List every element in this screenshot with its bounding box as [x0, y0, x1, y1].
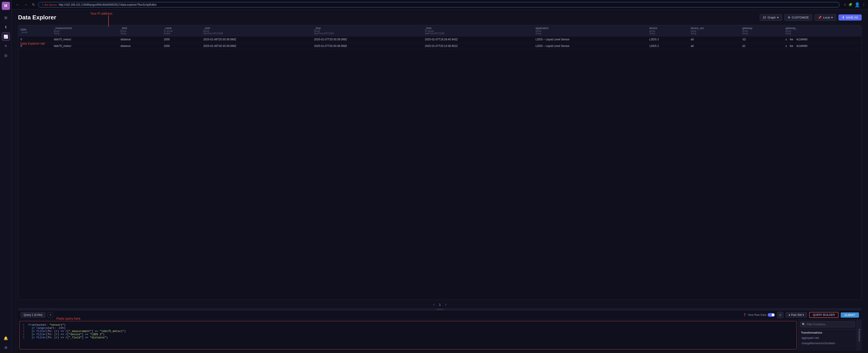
th-gateway: gateway groupstring [740, 25, 783, 36]
search-icon: 🔍 [802, 323, 805, 326]
url-text: http://192.168.101.2:8086/prgs/d58c3b5d0… [59, 3, 157, 6]
cell-field: distance [118, 36, 161, 43]
code-line-4: 4 |> filter(fn: (r) => r["device"] == "L… [23, 333, 793, 336]
th-time: _time no groupdateTime:RFC3339 [423, 25, 533, 36]
page-header: Data Explorer 🗠 Graph ▾ ⚙ CUSTOMIZE 📌 Lo… [18, 14, 862, 21]
add-query-button[interactable]: + [48, 312, 53, 318]
main-wrapper: ← → ↻ ⚠ Not Secure http://192.168.101.2:… [12, 0, 868, 353]
sidebar-item-settings[interactable]: ⚙ [2, 344, 10, 352]
table-header-row: table _result _measurement groupstring _… [18, 25, 862, 36]
profile-icon[interactable]: 👤 [855, 2, 860, 7]
sidebar-item-dashboard[interactable]: ⊞ [2, 13, 10, 22]
clock-icon: ● [788, 313, 790, 317]
customize-button[interactable]: ⚙ CUSTOMIZE [784, 14, 812, 21]
more-icon[interactable]: ⋮ [862, 3, 865, 6]
th-gateway-extra: gateway_ groupstring [783, 25, 862, 36]
chevron-down-icon: ▾ [777, 16, 779, 19]
cell-application: LDDS – Liquid Level Sensor [533, 36, 647, 43]
th-table: table _result [18, 25, 52, 36]
next-page-button[interactable]: › [443, 302, 448, 307]
cell-table: 0 [18, 36, 52, 43]
resize-handle[interactable] [18, 308, 862, 310]
chevron-down-icon-time: ▾ [803, 313, 804, 317]
page-content: Data Explorer 🗠 Graph ▾ ⚙ CUSTOMIZE 📌 Lo… [12, 9, 868, 353]
not-secure-indicator: ⚠ Not Secure [41, 3, 57, 6]
forward-button[interactable]: → [23, 2, 29, 8]
th-application: application groupstring [533, 25, 647, 36]
cell-value: 1500 [161, 36, 201, 43]
back-button[interactable]: ← [14, 2, 21, 8]
th-measurement: _measurement groupstring [52, 25, 118, 36]
function-item-change-momentum[interactable]: changeMomentumOscillator [798, 341, 857, 346]
sidebar-item-alerts[interactable]: 🔔 [2, 334, 10, 342]
cell-value: 1500 [161, 43, 201, 50]
local-button[interactable]: 📌 Local ▾ [814, 14, 836, 21]
th-device: device groupstring [647, 25, 688, 36]
current-page: 1 [439, 303, 440, 306]
th-stop: _stop groupdateTime:RFC3339 [312, 25, 423, 36]
topbar: ← → ↻ ⚠ Not Secure http://192.168.101.2:… [12, 0, 868, 9]
graph-button[interactable]: 🗠 Graph ▾ [760, 14, 782, 21]
query-tab[interactable]: Query 1 (0.04s) [21, 312, 45, 318]
refresh-icon: ↺ [779, 313, 781, 317]
cell-gateway: d2 [740, 43, 783, 50]
table-row: 0 ldds75_metsci distance 1500 2025-01-06… [18, 36, 862, 43]
sidebar-logo[interactable]: M [2, 2, 10, 10]
save-as-button[interactable]: ⬆ SAVE AS [838, 14, 862, 21]
chevron-down-icon-local: ▾ [831, 16, 833, 19]
code-line-5: 5 |> filter(fn: (r) => r["_field"] == "d… [23, 336, 793, 339]
gear-icon: ⚙ [788, 16, 790, 19]
cell-stop: 2025-01-07T20:30:39.099Z [312, 43, 423, 50]
query-editor-row: 1 from(bucket: "sensors") 2 |> range(sta… [18, 320, 862, 351]
warning-icon: ⚠ [41, 3, 44, 6]
sidebar-item-notebooks[interactable]: ≡ [2, 42, 10, 50]
cell-device: LDDS 2 [647, 43, 688, 50]
filter-functions-input[interactable] [800, 321, 855, 327]
function-item-aggregate-rate[interactable]: aggregate.rate [798, 335, 857, 341]
url-bar[interactable]: ⚠ Not Secure http://192.168.101.2:8086/p… [38, 2, 840, 7]
cell-field: distance [118, 43, 161, 50]
prev-page-button[interactable]: ‹ [432, 302, 436, 307]
cell-measurement: ldds75_metsci [52, 36, 118, 43]
time-range-button[interactable]: ● Past 30d ▾ [786, 312, 807, 318]
raw-data-toggle[interactable] [768, 313, 775, 317]
submit-button[interactable]: SUBMIT [841, 313, 859, 318]
cell-application: LDDS – Liquid Level Sensor [533, 43, 647, 50]
extensions-icon[interactable]: 🧩 [848, 3, 852, 6]
functions-panel: 🔍 Transformations aggregate.rate changeM… [798, 320, 857, 351]
resize-indicator [436, 309, 443, 310]
graph-icon: 🗠 [763, 16, 766, 19]
filter-functions-area: 🔍 [798, 320, 857, 329]
cell-device: LDDS 2 [647, 36, 688, 43]
page-title: Data Explorer [18, 14, 56, 21]
query-code-editor[interactable]: 1 from(bucket: "sensors") 2 |> range(sta… [20, 321, 797, 349]
query-area: Query 1 (0.04s) + ❓ View Raw Data ↺ ● Pa… [18, 310, 862, 351]
cell-time: 2025-01-07T20:13:38.952Z [423, 43, 533, 50]
filter-wrap: 🔍 [800, 321, 855, 327]
th-field: _field groupstring [118, 25, 161, 36]
refresh-button[interactable]: ↺ [777, 312, 783, 318]
reload-button[interactable]: ↻ [31, 2, 36, 8]
data-table: table _result _measurement groupstring _… [18, 25, 862, 50]
transformations-title: Transformations [798, 329, 857, 335]
sidebar-item-explorer[interactable]: 📈 [2, 32, 10, 40]
pagination: ‹ 1 › [18, 300, 862, 308]
code-line-1: 1 from(bucket: "sensors") [23, 323, 793, 327]
th-value: _value no groupdouble [161, 25, 201, 36]
cell-table: 0 [18, 43, 52, 50]
query-builder-button[interactable]: QUERY BUILDER [809, 312, 838, 318]
bookmark-icon[interactable]: ☆ [844, 3, 846, 6]
th-start: _start groupdateTime:RFC3339 [201, 25, 312, 36]
topbar-right: ☆ 🧩 👤 ⋮ [844, 2, 865, 7]
pin-icon: 📌 [818, 16, 822, 19]
sidebar-item-upload[interactable]: ⬆ [2, 23, 10, 31]
query-toolbar: Query 1 (0.04s) + ❓ View Raw Data ↺ ● Pa… [18, 311, 862, 320]
cell-gateway-extra: s lke 4c2df480 [783, 43, 862, 50]
th-device-eui: device_eui groupstring [688, 25, 740, 36]
sidebar-item-boards[interactable]: ⊟ [2, 52, 10, 60]
cell-start: 2025-01-06T20:30:39.099Z [201, 43, 312, 50]
sidebar: M ⊞ ⬆ 📈 ≡ ⊟ 🔔 ⚙ [0, 0, 12, 353]
cell-start: 2025-01-06T20:30:39.099Z [201, 36, 312, 43]
functions-side-tab[interactable]: Functions [857, 320, 862, 351]
table-row: 0 ldds75_metsci distance 1500 2025-01-06… [18, 43, 862, 50]
